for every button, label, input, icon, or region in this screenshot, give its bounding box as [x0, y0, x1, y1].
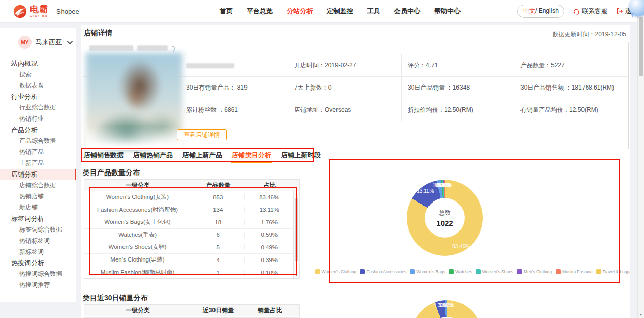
sales-section-title: 类目近30日销量分布	[83, 294, 148, 303]
nav-platform-overview[interactable]: 平台总览	[247, 7, 273, 16]
app-root: 电霸 Dian Ba - Shopee 首页平台总览分站分析定制监控工具会员中心…	[0, 0, 644, 318]
sidebar-item[interactable]: 热搜词综合数据	[0, 269, 76, 280]
table-cell: 0.10%	[244, 270, 293, 276]
table-row: Women's Shoes(女鞋)50.49%	[84, 241, 293, 254]
masked-text	[186, 63, 234, 68]
scroll-down-arrow[interactable]: ▼	[638, 313, 644, 316]
page-title: 店铺详情	[84, 28, 112, 38]
category-count-donut[interactable]: 总数1022	[407, 180, 483, 256]
sidebar-item[interactable]: 热销店铺	[0, 191, 76, 203]
table-cell: 0.49%	[244, 244, 293, 250]
table-cell: 13.11%	[244, 207, 293, 213]
legend-item[interactable]: Women's Bags	[410, 269, 445, 274]
tab-store-sales-data[interactable]: 店铺销售数据	[83, 150, 125, 163]
sidebar-item[interactable]: 产品综合数据	[0, 136, 76, 147]
sidebar-item[interactable]: 上新产品	[0, 158, 76, 169]
legend-swatch-icon	[315, 269, 320, 274]
sidebar-item[interactable]: 热销行业	[0, 113, 76, 125]
sidebar-item[interactable]: 店铺综合数据	[0, 180, 76, 191]
tab-store-new-time[interactable]: 店铺上新时段	[280, 150, 322, 163]
nav-member-center[interactable]: 会员中心	[394, 7, 420, 16]
table-header-row: 一级分类产品数量占比	[84, 180, 299, 191]
legend-item[interactable]: Women's Shoes	[476, 269, 513, 274]
sidebar-item[interactable]: 标签词综合数据	[0, 224, 76, 236]
sales-30d-donut[interactable]	[412, 300, 482, 318]
sidebar-item[interactable]: 新标签词	[0, 247, 76, 258]
table-cell: Muslim Fashion(穆斯林时尚)	[84, 269, 191, 276]
donut-center-value: 1022	[436, 219, 453, 227]
masked-store-name	[137, 45, 168, 51]
legend-item[interactable]: Fashion Accessories	[360, 269, 406, 274]
table-cell: Men's Clothing(男装)	[84, 256, 191, 264]
table-cell: Women's Shoes(女鞋)	[84, 243, 191, 251]
table-header-row: 一级分类近30日销量销量占比	[84, 305, 299, 316]
scrollbar-thumb[interactable]	[639, 17, 643, 76]
contact-service-link[interactable]: 联系客服	[573, 7, 607, 16]
photo-fade	[86, 126, 182, 150]
sidebar-section-product[interactable]: 产品分析	[0, 125, 76, 136]
sidebar-item[interactable]: 热搜词推荐	[0, 280, 76, 291]
nav-help-center[interactable]: 帮助中心	[434, 7, 461, 16]
page-scrollbar[interactable]: ▲ ▼	[637, 0, 644, 318]
table-cell: 0.39%	[244, 257, 293, 263]
sales-30d-table: 一级分类近30日销量销量占比	[84, 304, 300, 318]
table-row: Watches(手表)60.59%	[84, 229, 293, 242]
region-selector[interactable]: MY 马来西亚	[0, 28, 76, 55]
sidebar-section-tag-word[interactable]: 标签词分析	[0, 213, 76, 224]
sidebar-item[interactable]: 新店铺	[0, 202, 76, 213]
store-stat-cell: 有销量产品均价：12.50(RM)	[514, 99, 628, 121]
nav-home[interactable]: 首页	[220, 7, 233, 16]
scroll-down-arrow[interactable]: ▼	[294, 273, 299, 278]
table-scrollbar[interactable]: ▲ ▼	[293, 191, 299, 278]
table-cell: 1.76%	[244, 219, 293, 225]
table-cell: Women's Bags(女士包包)	[84, 218, 191, 226]
legend-item[interactable]: Travel & Luggage	[596, 269, 630, 274]
donut-center-label: 总数	[439, 209, 451, 217]
sidebar-section-hot-search[interactable]: 热搜词分析	[0, 257, 76, 269]
legend-swatch-icon	[476, 269, 481, 274]
language-toggle[interactable]: 中文/ English	[517, 5, 564, 18]
tab-store-category-analysis[interactable]: 店铺类目分析	[231, 150, 272, 163]
chart-legend: Women's ClothingFashion AccessoriesWomen…	[330, 269, 621, 274]
masked-store-name	[89, 45, 133, 51]
sidebar-item[interactable]: 行业综合数据	[0, 102, 76, 113]
table-row: Fashion Accessories(时尚配饰)13413.11%	[84, 204, 293, 217]
legend-item[interactable]: Women's Clothing	[315, 269, 357, 274]
table-cell: 18	[191, 219, 244, 225]
brand-swirl-icon	[13, 5, 27, 18]
table-cell: 5	[191, 244, 244, 250]
table-row: Men's Clothing(男装)40.39%	[84, 254, 293, 267]
table-cell: Women's Clothing(女装)	[84, 193, 191, 201]
store-name-row: ')	[83, 42, 628, 54]
tab-store-new-products[interactable]: 店铺上新产品	[181, 150, 223, 163]
headset-icon	[573, 8, 580, 15]
nav-site-analysis[interactable]: 分站分析	[287, 7, 313, 16]
sidebar-section-site-overview[interactable]: 站内概况	[0, 58, 76, 69]
sidebar-item[interactable]: 搜索	[0, 69, 76, 80]
brand-subtitle: Dian Ba	[30, 14, 48, 17]
floating-chat-bubble[interactable]	[629, 0, 644, 16]
scrollbar-thumb[interactable]	[295, 198, 298, 261]
nav-custom-monitor[interactable]: 定制监控	[327, 7, 353, 16]
sidebar-section-store[interactable]: 店铺分析	[0, 169, 76, 180]
table-cell: 0.59%	[244, 232, 293, 238]
view-store-detail-button[interactable]: 查看店铺详情	[177, 129, 227, 140]
nav-tools[interactable]: 工具	[367, 7, 380, 16]
sidebar-item[interactable]: 热销产品	[0, 147, 76, 158]
table-row: Women's Clothing(女装)85383.46%	[84, 191, 293, 204]
sidebar-section-industry[interactable]: 行业分析	[0, 91, 76, 102]
legend-swatch-icon	[410, 269, 415, 274]
table-row: Muslim Fashion(穆斯林时尚)10.10%	[84, 266, 293, 279]
brand-logo[interactable]: 电霸 Dian Ba - Shopee	[13, 0, 79, 22]
tab-store-hot-products[interactable]: 店铺热销产品	[132, 150, 174, 163]
legend-item[interactable]: Watches	[449, 269, 472, 274]
legend-item[interactable]: Men's Clothing	[517, 269, 552, 274]
legend-item[interactable]: Muslim Fashion	[556, 269, 593, 274]
region-avatar: MY	[18, 36, 32, 49]
sidebar-item[interactable]: 热销标签词	[0, 236, 76, 247]
scroll-up-arrow[interactable]: ▲	[294, 191, 299, 197]
table-cell: Fashion Accessories(时尚配饰)	[84, 206, 191, 214]
chevron-down-icon	[67, 39, 73, 44]
sidebar-item[interactable]: 数据表盘	[0, 80, 76, 92]
store-stat-cell: 30日产品销量 ：16348	[401, 76, 514, 99]
